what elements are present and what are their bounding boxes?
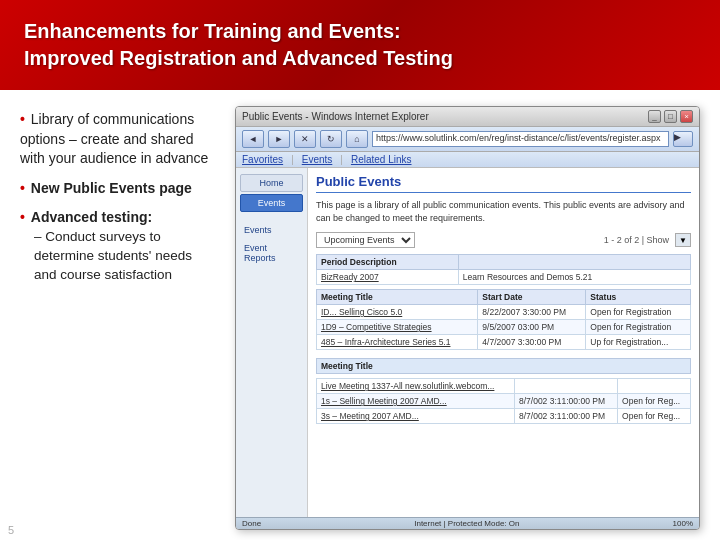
upcoming-events-row: Upcoming Events 1 - 2 of 2 | Show ▼ bbox=[316, 232, 691, 248]
nav-item-events[interactable]: Events bbox=[240, 222, 303, 238]
desc-cell: Learn Resources and Demos 5.21 bbox=[458, 270, 690, 285]
browser-body: Home Events Events Event Reports Public … bbox=[236, 168, 699, 517]
forward-button[interactable]: ► bbox=[268, 130, 290, 148]
live-status-cell: Open for Reg... bbox=[618, 409, 691, 424]
favorites-link[interactable]: Favorites bbox=[242, 154, 283, 165]
bullet-item-1: • Library of communications options – cr… bbox=[20, 110, 215, 169]
live-title-cell[interactable]: 1s – Selling Meeting 2007 AMD... bbox=[317, 394, 515, 409]
table-row: 485 – Infra-Architecture Series 5.1 4/7/… bbox=[317, 335, 691, 350]
live-start-cell: 8/7/002 3:11:00:00 PM bbox=[514, 394, 617, 409]
show-options-button[interactable]: ▼ bbox=[675, 233, 691, 247]
browser-toolbar2: Favorites | Events | Related Links bbox=[236, 152, 699, 168]
status-left: Done bbox=[242, 519, 261, 528]
col-mtitle: Meeting Title bbox=[317, 290, 478, 305]
meeting-title-cell[interactable]: 485 – Infra-Architecture Series 5.1 bbox=[317, 335, 478, 350]
browser-statusbar: Done Internet | Protected Mode: On 100% bbox=[236, 517, 699, 529]
bullet-text-2: New Public Events page bbox=[31, 180, 192, 196]
maximize-button[interactable]: □ bbox=[664, 110, 677, 123]
col-period: Period Description bbox=[317, 255, 459, 270]
minimize-button[interactable]: _ bbox=[648, 110, 661, 123]
bullet-item-3: • Advanced testing: – Conduct surveys to… bbox=[20, 208, 215, 284]
live-start-cell: 8/7/002 3:11:00:00 PM bbox=[514, 409, 617, 424]
page-heading: Public Events bbox=[316, 174, 691, 193]
period-table: Period Description BizReady 2007 Learn R… bbox=[316, 254, 691, 285]
zoom-level: 100% bbox=[673, 519, 693, 528]
meeting-start-cell: 9/5/2007 03:00 PM bbox=[478, 320, 586, 335]
browser-window: Public Events - Windows Internet Explore… bbox=[235, 106, 700, 530]
back-button[interactable]: ◄ bbox=[242, 130, 264, 148]
main-content: • Library of communications options – cr… bbox=[0, 90, 720, 540]
meetings-table: Meeting Title Start Date Status ID... Se… bbox=[316, 289, 691, 350]
col-mstart: Start Date bbox=[478, 290, 586, 305]
bullet-dot-2: • bbox=[20, 180, 25, 196]
live-title-cell[interactable]: 3s – Meeting 2007 AMD... bbox=[317, 409, 515, 424]
stop-button[interactable]: ✕ bbox=[294, 130, 316, 148]
nav-item-event-reports[interactable]: Event Reports bbox=[240, 240, 303, 266]
header-line1: Enhancements for Training and Events: bbox=[24, 20, 401, 42]
slide-number: 5 bbox=[8, 524, 14, 536]
pagination-info: 1 - 2 of 2 | Show bbox=[604, 235, 669, 245]
table-row: 1s – Selling Meeting 2007 AMD... 8/7/002… bbox=[317, 394, 691, 409]
go-button[interactable]: ▶ bbox=[673, 131, 693, 147]
col-mstatus: Status bbox=[586, 290, 691, 305]
page-content: Public Events This page is a library of … bbox=[308, 168, 699, 517]
table-row: BizReady 2007 Learn Resources and Demos … bbox=[317, 270, 691, 285]
address-bar[interactable]: https://www.solutlink.com/en/reg/inst-di… bbox=[372, 131, 669, 147]
page-description: This page is a library of all public com… bbox=[316, 199, 691, 224]
bullet-item-2: • New Public Events page bbox=[20, 179, 215, 199]
browser-titlebar: Public Events - Windows Internet Explore… bbox=[236, 107, 699, 127]
header-bar: Enhancements for Training and Events: Im… bbox=[0, 0, 720, 90]
col-desc bbox=[458, 255, 690, 270]
events-tab-link[interactable]: Events bbox=[302, 154, 333, 165]
live-meetings-table: Live Meeting 1337-All new.solutlink.webc… bbox=[316, 378, 691, 424]
live-title-cell[interactable]: Live Meeting 1337-All new.solutlink.webc… bbox=[317, 379, 515, 394]
meeting-status-cell: Open for Registration bbox=[586, 305, 691, 320]
status-right: Internet | Protected Mode: On bbox=[414, 519, 519, 528]
browser-address-toolbar: ◄ ► ✕ ↻ ⌂ https://www.solutlink.com/en/r… bbox=[236, 127, 699, 152]
bullet-dot-3: • bbox=[20, 209, 25, 225]
table-row: ID... Selling Cisco 5.0 8/22/2007 3:30:0… bbox=[317, 305, 691, 320]
table-row: Live Meeting 1337-All new.solutlink.webc… bbox=[317, 379, 691, 394]
meeting-title-cell[interactable]: 1D9 – Competitive Strategies bbox=[317, 320, 478, 335]
events-tab[interactable]: Events bbox=[240, 194, 303, 212]
live-start-cell bbox=[514, 379, 617, 394]
header-title: Enhancements for Training and Events: Im… bbox=[24, 18, 696, 72]
bullet-panel: • Library of communications options – cr… bbox=[20, 106, 215, 530]
bullet-text-1: Library of communications options – crea… bbox=[20, 111, 208, 166]
table-row: 1D9 – Competitive Strategies 9/5/2007 03… bbox=[317, 320, 691, 335]
upcoming-events-select[interactable]: Upcoming Events bbox=[316, 232, 415, 248]
meeting-status-cell: Up for Registration... bbox=[586, 335, 691, 350]
period-cell[interactable]: BizReady 2007 bbox=[317, 270, 459, 285]
meeting-title-cell[interactable]: ID... Selling Cisco 5.0 bbox=[317, 305, 478, 320]
bullet-subtext-3: – Conduct surveys to determine students'… bbox=[20, 228, 215, 285]
nav-sidebar: Home Events Events Event Reports bbox=[236, 168, 308, 517]
home-tab[interactable]: Home bbox=[240, 174, 303, 192]
refresh-button[interactable]: ↻ bbox=[320, 130, 342, 148]
live-status-cell bbox=[618, 379, 691, 394]
home-button[interactable]: ⌂ bbox=[346, 130, 368, 148]
section2-header: Meeting Title bbox=[316, 358, 691, 374]
related-links[interactable]: Related Links bbox=[351, 154, 412, 165]
meeting-start-cell: 8/22/2007 3:30:00 PM bbox=[478, 305, 586, 320]
meeting-start-cell: 4/7/2007 3:30:00 PM bbox=[478, 335, 586, 350]
live-status-cell: Open for Reg... bbox=[618, 394, 691, 409]
table-row: 3s – Meeting 2007 AMD... 8/7/002 3:11:00… bbox=[317, 409, 691, 424]
bullet-dot-1: • bbox=[20, 111, 25, 127]
bullet-text-3: Advanced testing: bbox=[31, 209, 152, 225]
close-button[interactable]: × bbox=[680, 110, 693, 123]
browser-title: Public Events - Windows Internet Explore… bbox=[242, 111, 429, 122]
browser-controls: _ □ × bbox=[648, 110, 693, 123]
meeting-status-cell: Open for Registration bbox=[586, 320, 691, 335]
header-line2: Improved Registration and Advanced Testi… bbox=[24, 47, 453, 69]
